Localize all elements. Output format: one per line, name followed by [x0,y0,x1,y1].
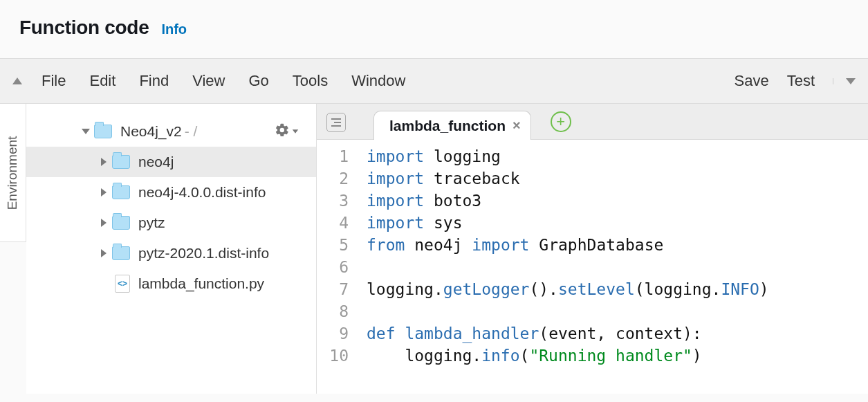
code-editor[interactable]: 12345678910 import loggingimport traceba… [317,140,868,394]
expand-icon[interactable] [101,219,107,227]
file-tree: Neo4j_v2 - / neo4j neo4j-4.0.0.dist-info [26,104,317,394]
folder-icon [112,216,130,230]
menu-find[interactable]: Find [139,72,169,90]
section-header: Function code Info [0,0,868,58]
folder-icon [112,155,130,169]
tree-root-label: Neo4j_v2 [120,123,182,140]
save-button[interactable]: Save [734,72,768,90]
expand-icon[interactable] [101,158,107,166]
expand-icon[interactable] [101,249,107,257]
menu-tools[interactable]: Tools [293,72,328,90]
menu-view[interactable]: View [192,72,225,90]
chevron-down-icon [846,78,856,84]
collapse-icon[interactable] [12,77,22,84]
menu-items: File Edit Find View Go Tools Window [41,72,734,90]
environment-tab[interactable]: Environment [0,104,26,242]
tree-item-label: lambda_function.py [138,275,264,292]
menu-edit[interactable]: Edit [89,72,116,90]
test-button[interactable]: Test [787,72,815,90]
info-link[interactable]: Info [161,21,187,37]
tab-bar: lambda_function × + [317,104,868,140]
tree-item-label: neo4j-4.0.0.dist-info [138,184,266,201]
page-title: Function code [19,17,149,39]
tab-lambda-function[interactable]: lambda_function × [373,111,531,140]
tree-root-suffix: - / [185,123,198,140]
tree-item-label: pytz-2020.1.dist-info [138,245,269,262]
tree-item-label: neo4j [138,154,174,170]
expand-icon[interactable] [82,129,90,134]
environment-label: Environment [6,136,21,210]
folder-icon [112,246,130,260]
menu-right: Save Test [734,72,856,90]
folder-icon [112,185,130,199]
folder-icon [94,125,112,138]
close-icon[interactable]: × [513,118,521,134]
tree-item-lambda-file[interactable]: <> lambda_function.py [26,268,316,299]
tree-root[interactable]: Neo4j_v2 - / [26,116,316,147]
tree-item-neo4j-dist[interactable]: neo4j-4.0.0.dist-info [26,177,316,208]
workspace: Environment Neo4j_v2 - / neo4j [0,104,868,394]
tab-label: lambda_function [389,118,506,134]
new-tab-button[interactable]: + [551,111,571,132]
test-dropdown[interactable] [833,78,856,84]
tree-item-label: pytz [138,214,165,231]
tree-item-pytz[interactable]: pytz [26,208,316,238]
menubar: File Edit Find View Go Tools Window Save… [0,58,868,104]
menu-go[interactable]: Go [248,72,268,90]
expand-icon[interactable] [101,188,107,197]
tab-scroll-icon[interactable] [326,113,346,132]
gear-dropdown-icon[interactable] [293,129,298,134]
menu-window[interactable]: Window [351,72,405,90]
tree-item-pytz-dist[interactable]: pytz-2020.1.dist-info [26,238,316,268]
tree-item-neo4j[interactable]: neo4j [26,147,316,177]
editor: lambda_function × + 12345678910 import l… [317,104,868,394]
gear-icon[interactable] [275,122,290,141]
code-content[interactable]: import loggingimport tracebackimport bot… [358,145,868,394]
line-gutter: 12345678910 [317,145,358,394]
file-icon: <> [115,275,130,293]
menu-file[interactable]: File [41,72,66,90]
